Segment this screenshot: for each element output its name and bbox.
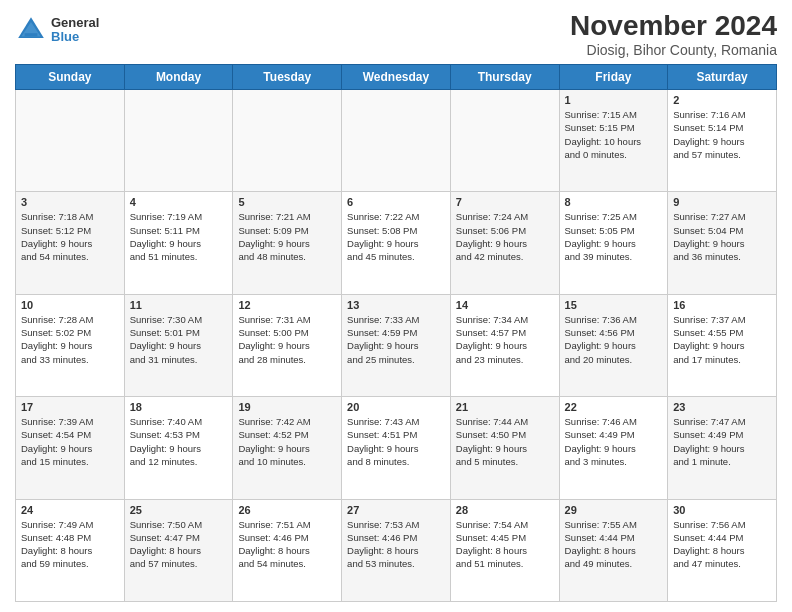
calendar-header: Sunday Monday Tuesday Wednesday Thursday… [16,65,777,90]
header-sunday: Sunday [16,65,125,90]
day-info: Sunrise: 7:51 AM Sunset: 4:46 PM Dayligh… [238,518,336,571]
day-info: Sunrise: 7:47 AM Sunset: 4:49 PM Dayligh… [673,415,771,468]
day-info: Sunrise: 7:42 AM Sunset: 4:52 PM Dayligh… [238,415,336,468]
table-row [342,90,451,192]
day-number: 5 [238,196,336,208]
table-row: 24Sunrise: 7:49 AM Sunset: 4:48 PM Dayli… [16,499,125,601]
table-row: 22Sunrise: 7:46 AM Sunset: 4:49 PM Dayli… [559,397,668,499]
day-number: 22 [565,401,663,413]
day-number: 6 [347,196,445,208]
calendar-week-row: 10Sunrise: 7:28 AM Sunset: 5:02 PM Dayli… [16,294,777,396]
day-info: Sunrise: 7:43 AM Sunset: 4:51 PM Dayligh… [347,415,445,468]
day-number: 15 [565,299,663,311]
day-number: 16 [673,299,771,311]
day-number: 28 [456,504,554,516]
day-info: Sunrise: 7:16 AM Sunset: 5:14 PM Dayligh… [673,108,771,161]
day-number: 14 [456,299,554,311]
table-row [124,90,233,192]
day-number: 9 [673,196,771,208]
day-info: Sunrise: 7:22 AM Sunset: 5:08 PM Dayligh… [347,210,445,263]
day-info: Sunrise: 7:54 AM Sunset: 4:45 PM Dayligh… [456,518,554,571]
table-row: 13Sunrise: 7:33 AM Sunset: 4:59 PM Dayli… [342,294,451,396]
day-info: Sunrise: 7:53 AM Sunset: 4:46 PM Dayligh… [347,518,445,571]
day-info: Sunrise: 7:40 AM Sunset: 4:53 PM Dayligh… [130,415,228,468]
table-row: 7Sunrise: 7:24 AM Sunset: 5:06 PM Daylig… [450,192,559,294]
day-info: Sunrise: 7:50 AM Sunset: 4:47 PM Dayligh… [130,518,228,571]
day-number: 25 [130,504,228,516]
day-number: 1 [565,94,663,106]
day-number: 20 [347,401,445,413]
table-row: 10Sunrise: 7:28 AM Sunset: 5:02 PM Dayli… [16,294,125,396]
day-number: 12 [238,299,336,311]
calendar-week-row: 3Sunrise: 7:18 AM Sunset: 5:12 PM Daylig… [16,192,777,294]
day-info: Sunrise: 7:31 AM Sunset: 5:00 PM Dayligh… [238,313,336,366]
table-row: 5Sunrise: 7:21 AM Sunset: 5:09 PM Daylig… [233,192,342,294]
day-info: Sunrise: 7:34 AM Sunset: 4:57 PM Dayligh… [456,313,554,366]
day-number: 24 [21,504,119,516]
day-number: 8 [565,196,663,208]
header-saturday: Saturday [668,65,777,90]
day-number: 26 [238,504,336,516]
table-row: 1Sunrise: 7:15 AM Sunset: 5:15 PM Daylig… [559,90,668,192]
day-number: 30 [673,504,771,516]
table-row: 6Sunrise: 7:22 AM Sunset: 5:08 PM Daylig… [342,192,451,294]
table-row: 28Sunrise: 7:54 AM Sunset: 4:45 PM Dayli… [450,499,559,601]
table-row: 21Sunrise: 7:44 AM Sunset: 4:50 PM Dayli… [450,397,559,499]
table-row: 17Sunrise: 7:39 AM Sunset: 4:54 PM Dayli… [16,397,125,499]
table-row: 4Sunrise: 7:19 AM Sunset: 5:11 PM Daylig… [124,192,233,294]
header-monday: Monday [124,65,233,90]
logo: General Blue [15,14,99,46]
table-row: 26Sunrise: 7:51 AM Sunset: 4:46 PM Dayli… [233,499,342,601]
table-row: 18Sunrise: 7:40 AM Sunset: 4:53 PM Dayli… [124,397,233,499]
calendar-body: 1Sunrise: 7:15 AM Sunset: 5:15 PM Daylig… [16,90,777,602]
subtitle: Diosig, Bihor County, Romania [570,42,777,58]
calendar-week-row: 1Sunrise: 7:15 AM Sunset: 5:15 PM Daylig… [16,90,777,192]
day-number: 21 [456,401,554,413]
day-number: 10 [21,299,119,311]
header: General Blue November 2024 Diosig, Bihor… [15,10,777,58]
table-row: 23Sunrise: 7:47 AM Sunset: 4:49 PM Dayli… [668,397,777,499]
day-info: Sunrise: 7:39 AM Sunset: 4:54 PM Dayligh… [21,415,119,468]
day-info: Sunrise: 7:28 AM Sunset: 5:02 PM Dayligh… [21,313,119,366]
day-number: 11 [130,299,228,311]
table-row: 3Sunrise: 7:18 AM Sunset: 5:12 PM Daylig… [16,192,125,294]
table-row: 2Sunrise: 7:16 AM Sunset: 5:14 PM Daylig… [668,90,777,192]
day-info: Sunrise: 7:49 AM Sunset: 4:48 PM Dayligh… [21,518,119,571]
day-info: Sunrise: 7:33 AM Sunset: 4:59 PM Dayligh… [347,313,445,366]
day-number: 4 [130,196,228,208]
table-row [450,90,559,192]
table-row: 9Sunrise: 7:27 AM Sunset: 5:04 PM Daylig… [668,192,777,294]
logo-blue: Blue [51,30,99,44]
table-row: 20Sunrise: 7:43 AM Sunset: 4:51 PM Dayli… [342,397,451,499]
table-row: 27Sunrise: 7:53 AM Sunset: 4:46 PM Dayli… [342,499,451,601]
day-number: 17 [21,401,119,413]
day-info: Sunrise: 7:36 AM Sunset: 4:56 PM Dayligh… [565,313,663,366]
table-row: 25Sunrise: 7:50 AM Sunset: 4:47 PM Dayli… [124,499,233,601]
day-info: Sunrise: 7:37 AM Sunset: 4:55 PM Dayligh… [673,313,771,366]
table-row: 16Sunrise: 7:37 AM Sunset: 4:55 PM Dayli… [668,294,777,396]
calendar-week-row: 24Sunrise: 7:49 AM Sunset: 4:48 PM Dayli… [16,499,777,601]
day-number: 2 [673,94,771,106]
day-info: Sunrise: 7:21 AM Sunset: 5:09 PM Dayligh… [238,210,336,263]
calendar-table: Sunday Monday Tuesday Wednesday Thursday… [15,64,777,602]
day-info: Sunrise: 7:55 AM Sunset: 4:44 PM Dayligh… [565,518,663,571]
day-info: Sunrise: 7:46 AM Sunset: 4:49 PM Dayligh… [565,415,663,468]
table-row: 15Sunrise: 7:36 AM Sunset: 4:56 PM Dayli… [559,294,668,396]
day-number: 23 [673,401,771,413]
table-row: 19Sunrise: 7:42 AM Sunset: 4:52 PM Dayli… [233,397,342,499]
day-number: 7 [456,196,554,208]
header-tuesday: Tuesday [233,65,342,90]
day-info: Sunrise: 7:18 AM Sunset: 5:12 PM Dayligh… [21,210,119,263]
table-row: 12Sunrise: 7:31 AM Sunset: 5:00 PM Dayli… [233,294,342,396]
table-row: 29Sunrise: 7:55 AM Sunset: 4:44 PM Dayli… [559,499,668,601]
table-row: 30Sunrise: 7:56 AM Sunset: 4:44 PM Dayli… [668,499,777,601]
table-row: 14Sunrise: 7:34 AM Sunset: 4:57 PM Dayli… [450,294,559,396]
day-info: Sunrise: 7:30 AM Sunset: 5:01 PM Dayligh… [130,313,228,366]
day-number: 3 [21,196,119,208]
logo-text: General Blue [51,16,99,45]
title-block: November 2024 Diosig, Bihor County, Roma… [570,10,777,58]
header-friday: Friday [559,65,668,90]
day-info: Sunrise: 7:27 AM Sunset: 5:04 PM Dayligh… [673,210,771,263]
day-info: Sunrise: 7:24 AM Sunset: 5:06 PM Dayligh… [456,210,554,263]
day-info: Sunrise: 7:19 AM Sunset: 5:11 PM Dayligh… [130,210,228,263]
